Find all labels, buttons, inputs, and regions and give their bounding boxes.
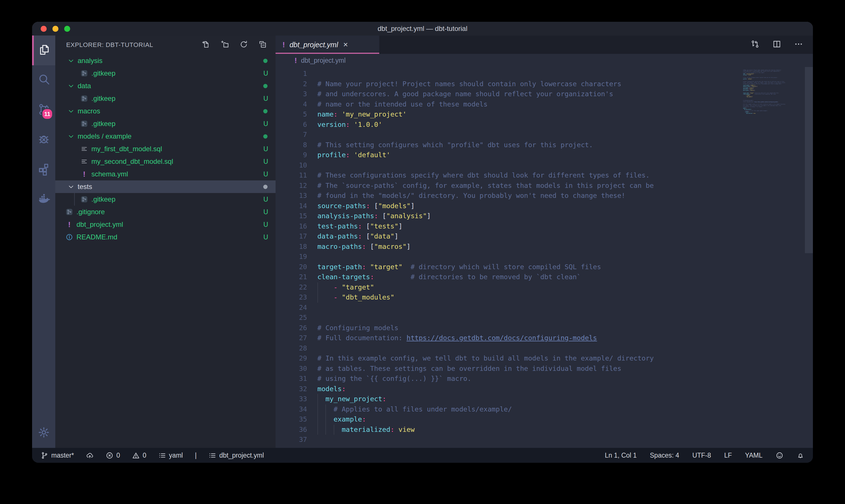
activity-item-settings-gear[interactable] (32, 418, 55, 448)
tree-item-my-second-dbt-model-sql[interactable]: my_second_dbt_model.sqlU (55, 155, 275, 168)
status-publish-changes[interactable] (86, 452, 94, 459)
code-token: [ (370, 242, 374, 251)
title-bar[interactable]: dbt_project.yml — dbt-tutorial (32, 22, 813, 36)
status-branch-indicator[interactable]: master* (41, 452, 74, 459)
cloud-upload-icon (86, 452, 94, 459)
code-token: clean-targets (317, 273, 370, 281)
status-cursor-position[interactable]: Ln 1, Col 1 (605, 452, 637, 459)
minimize-window-button[interactable] (52, 26, 58, 32)
activity-bar: 11 (32, 36, 55, 448)
status-feedback[interactable] (776, 452, 784, 459)
more-actions-icon[interactable] (794, 39, 803, 50)
line-content: # found in the "models/" directory. You … (307, 191, 625, 201)
code-token: source-paths (317, 202, 366, 210)
status-encoding[interactable]: UTF-8 (692, 452, 711, 459)
code-line: 14source-paths: ["models"] (275, 201, 813, 211)
tree-item--gitkeep[interactable]: .gitkeepU (55, 193, 275, 205)
status-eol[interactable]: LF (724, 452, 732, 459)
activity-item-search[interactable] (32, 65, 55, 95)
line-number: 30 (275, 364, 307, 374)
git-status-dot (263, 185, 268, 189)
line-number: 33 (275, 394, 307, 404)
tree-item-macros[interactable]: macros (55, 105, 275, 118)
code-editor[interactable]: 12# Name your project! Project names sho… (275, 67, 813, 448)
status-dbt-yaml-status[interactable]: yaml (158, 452, 183, 459)
status-notifications[interactable] (796, 452, 804, 459)
line-number: 5 (275, 109, 307, 120)
tree-item--gitkeep[interactable]: .gitkeepU (55, 67, 275, 79)
editor-group: ! dbt_project.yml × ! dbt_project.yml 12… (275, 36, 813, 448)
split-editor-icon[interactable] (772, 39, 781, 50)
search-icon (37, 73, 50, 87)
new-folder-icon[interactable] (220, 40, 229, 50)
line-content: profile: 'default' (307, 150, 391, 160)
code-token: # directory which will store compiled SQ… (402, 263, 601, 271)
tree-item--gitignore[interactable]: .gitignoreU (55, 205, 275, 218)
tree-item-dbt-project-yml[interactable]: !dbt_project.ymlU (55, 218, 275, 231)
tree-item-analysis[interactable]: analysis (55, 54, 275, 67)
code-token: : (342, 385, 346, 393)
activity-item-debug[interactable] (32, 125, 55, 155)
status-label: UTF-8 (692, 452, 711, 459)
code-token (317, 283, 334, 291)
tree-item-schema-yml[interactable]: !schema.ymlU (55, 168, 275, 180)
indent-guide (317, 425, 318, 435)
code-token: "models" (378, 202, 411, 210)
code-line: 16test-paths: ["tests"] (275, 221, 813, 232)
tab-dbt-project-yml[interactable]: ! dbt_project.yml × (275, 36, 379, 54)
tree-item--gitkeep[interactable]: .gitkeepU (55, 92, 275, 105)
collapse-folders-icon[interactable] (258, 40, 267, 50)
tree-item--gitkeep[interactable]: .gitkeepU (55, 118, 275, 130)
zoom-window-button[interactable] (64, 26, 70, 32)
refresh-explorer-icon[interactable] (239, 40, 248, 50)
error-circle-icon (106, 452, 113, 459)
close-tab-icon[interactable]: × (343, 41, 348, 49)
line-content: macro-paths: ["macros"] (307, 242, 411, 252)
status-indentation[interactable]: Spaces: 4 (650, 452, 679, 459)
activity-item-extensions[interactable] (32, 155, 55, 184)
line-content: - "target" (307, 282, 374, 293)
code-token: [ (366, 232, 370, 240)
code-lines: 12# Name your project! Project names sho… (275, 69, 813, 445)
code-token: : (362, 263, 366, 271)
code-token: # and underscores. A good package name s… (317, 90, 613, 98)
open-changes-icon[interactable] (751, 39, 760, 50)
git-untracked-badge: U (263, 70, 268, 77)
close-window-button[interactable] (41, 26, 47, 32)
tree-item-label: tests (78, 183, 92, 191)
status-dbt-project-status[interactable]: dbt_project.yml (209, 452, 264, 459)
explorer-title: EXPLORER: DBT-TUTORIAL (66, 41, 153, 49)
status-warning-count[interactable]: 0 (132, 452, 146, 459)
line-content (307, 252, 317, 262)
line-number: 36 (275, 425, 307, 435)
code-line: 2# Name your project! Project names shou… (275, 79, 813, 89)
sql-file-icon (80, 158, 88, 165)
tree-item-models-example[interactable]: models / example (55, 130, 275, 143)
tree-item-my-first-dbt-model-sql[interactable]: my_first_dbt_model.sqlU (55, 143, 275, 155)
code-token: '1.0.0' (354, 121, 382, 129)
tree-item-tests[interactable]: tests (55, 180, 275, 193)
tree-item-data[interactable]: data (55, 79, 275, 92)
line-content: target-path: "target" # directory which … (307, 262, 601, 272)
activity-item-source-control[interactable]: 11 (32, 95, 55, 125)
tree-item-readme-md[interactable]: README.mdU (55, 231, 275, 244)
line-number: 9 (275, 150, 307, 160)
tree-item-label: data (78, 82, 91, 90)
code-line: 22 - "target" (275, 282, 813, 293)
doc-link[interactable]: https://docs.getdbt.com/docs/configuring… (407, 334, 597, 342)
code-token: # These configurations specify where dbt… (317, 171, 650, 179)
activity-item-explorer[interactable] (32, 36, 55, 65)
line-number: 23 (275, 292, 307, 303)
git-branch-icon (41, 452, 49, 459)
editor-scrollbar[interactable] (805, 67, 813, 253)
code-token: # In this example config, we tell dbt to… (317, 354, 654, 362)
tree-item-label: my_second_dbt_model.sql (91, 158, 173, 165)
code-token: : (346, 151, 350, 159)
activity-item-docker[interactable] (32, 184, 55, 214)
line-content: clean-targets: # directories to be remov… (307, 272, 581, 282)
tab-bar: ! dbt_project.yml × (275, 36, 813, 54)
new-file-icon[interactable] (202, 40, 210, 50)
status-language-mode[interactable]: YAML (745, 452, 762, 459)
status-error-count[interactable]: 0 (106, 452, 120, 459)
breadcrumb[interactable]: ! dbt_project.yml (275, 54, 813, 67)
